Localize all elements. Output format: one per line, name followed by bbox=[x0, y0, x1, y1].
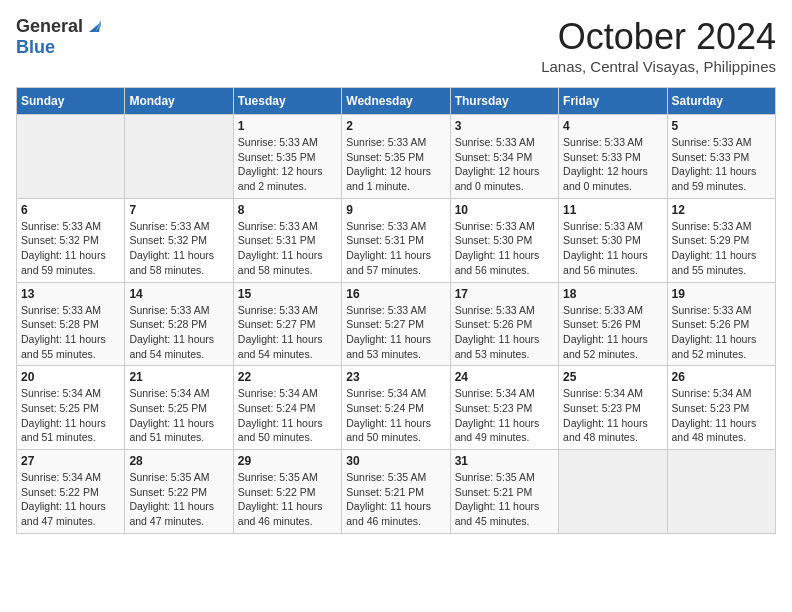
sunrise-time: Sunrise: 5:34 AM bbox=[129, 387, 209, 399]
daylight-hours: Daylight: 11 hours and 59 minutes. bbox=[21, 249, 106, 276]
table-row: 17Sunrise: 5:33 AMSunset: 5:26 PMDayligh… bbox=[450, 282, 558, 366]
day-number: 14 bbox=[129, 287, 228, 301]
sunrise-time: Sunrise: 5:33 AM bbox=[21, 304, 101, 316]
day-number: 25 bbox=[563, 370, 662, 384]
daylight-hours: Daylight: 11 hours and 55 minutes. bbox=[672, 249, 757, 276]
sunset-time: Sunset: 5:35 PM bbox=[238, 151, 316, 163]
sunrise-time: Sunrise: 5:33 AM bbox=[238, 304, 318, 316]
daylight-hours: Daylight: 11 hours and 49 minutes. bbox=[455, 417, 540, 444]
day-info: Sunrise: 5:35 AMSunset: 5:21 PMDaylight:… bbox=[455, 470, 554, 529]
sunrise-time: Sunrise: 5:33 AM bbox=[672, 304, 752, 316]
day-number: 22 bbox=[238, 370, 337, 384]
calendar-week-row: 20Sunrise: 5:34 AMSunset: 5:25 PMDayligh… bbox=[17, 366, 776, 450]
table-row: 9Sunrise: 5:33 AMSunset: 5:31 PMDaylight… bbox=[342, 198, 450, 282]
table-row bbox=[125, 115, 233, 199]
sunrise-time: Sunrise: 5:33 AM bbox=[346, 304, 426, 316]
sunset-time: Sunset: 5:31 PM bbox=[238, 234, 316, 246]
sunrise-time: Sunrise: 5:34 AM bbox=[563, 387, 643, 399]
sunrise-time: Sunrise: 5:33 AM bbox=[129, 220, 209, 232]
col-friday: Friday bbox=[559, 88, 667, 115]
daylight-hours: Daylight: 11 hours and 58 minutes. bbox=[129, 249, 214, 276]
day-info: Sunrise: 5:33 AMSunset: 5:26 PMDaylight:… bbox=[563, 303, 662, 362]
location-title: Lanas, Central Visayas, Philippines bbox=[541, 58, 776, 75]
sunrise-time: Sunrise: 5:33 AM bbox=[563, 304, 643, 316]
calendar-week-row: 13Sunrise: 5:33 AMSunset: 5:28 PMDayligh… bbox=[17, 282, 776, 366]
day-info: Sunrise: 5:35 AMSunset: 5:22 PMDaylight:… bbox=[129, 470, 228, 529]
day-info: Sunrise: 5:34 AMSunset: 5:22 PMDaylight:… bbox=[21, 470, 120, 529]
calendar-table: Sunday Monday Tuesday Wednesday Thursday… bbox=[16, 87, 776, 534]
sunrise-time: Sunrise: 5:35 AM bbox=[346, 471, 426, 483]
col-monday: Monday bbox=[125, 88, 233, 115]
daylight-hours: Daylight: 12 hours and 0 minutes. bbox=[455, 165, 540, 192]
sunrise-time: Sunrise: 5:33 AM bbox=[346, 220, 426, 232]
sunrise-time: Sunrise: 5:33 AM bbox=[21, 220, 101, 232]
day-number: 24 bbox=[455, 370, 554, 384]
table-row: 24Sunrise: 5:34 AMSunset: 5:23 PMDayligh… bbox=[450, 366, 558, 450]
sunrise-time: Sunrise: 5:33 AM bbox=[563, 136, 643, 148]
day-info: Sunrise: 5:34 AMSunset: 5:24 PMDaylight:… bbox=[238, 386, 337, 445]
table-row: 28Sunrise: 5:35 AMSunset: 5:22 PMDayligh… bbox=[125, 450, 233, 534]
sunset-time: Sunset: 5:30 PM bbox=[455, 234, 533, 246]
daylight-hours: Daylight: 11 hours and 46 minutes. bbox=[238, 500, 323, 527]
table-row: 18Sunrise: 5:33 AMSunset: 5:26 PMDayligh… bbox=[559, 282, 667, 366]
day-number: 10 bbox=[455, 203, 554, 217]
table-row: 27Sunrise: 5:34 AMSunset: 5:22 PMDayligh… bbox=[17, 450, 125, 534]
day-info: Sunrise: 5:33 AMSunset: 5:26 PMDaylight:… bbox=[455, 303, 554, 362]
table-row: 16Sunrise: 5:33 AMSunset: 5:27 PMDayligh… bbox=[342, 282, 450, 366]
sunset-time: Sunset: 5:22 PM bbox=[238, 486, 316, 498]
col-tuesday: Tuesday bbox=[233, 88, 341, 115]
table-row: 6Sunrise: 5:33 AMSunset: 5:32 PMDaylight… bbox=[17, 198, 125, 282]
daylight-hours: Daylight: 11 hours and 50 minutes. bbox=[238, 417, 323, 444]
sunset-time: Sunset: 5:25 PM bbox=[21, 402, 99, 414]
daylight-hours: Daylight: 11 hours and 54 minutes. bbox=[129, 333, 214, 360]
day-number: 13 bbox=[21, 287, 120, 301]
day-info: Sunrise: 5:33 AMSunset: 5:27 PMDaylight:… bbox=[346, 303, 445, 362]
logo: General Blue bbox=[16, 16, 101, 58]
daylight-hours: Daylight: 11 hours and 58 minutes. bbox=[238, 249, 323, 276]
day-info: Sunrise: 5:33 AMSunset: 5:32 PMDaylight:… bbox=[21, 219, 120, 278]
sunset-time: Sunset: 5:27 PM bbox=[346, 318, 424, 330]
sunrise-time: Sunrise: 5:33 AM bbox=[129, 304, 209, 316]
sunset-time: Sunset: 5:30 PM bbox=[563, 234, 641, 246]
table-row: 30Sunrise: 5:35 AMSunset: 5:21 PMDayligh… bbox=[342, 450, 450, 534]
day-number: 30 bbox=[346, 454, 445, 468]
table-row: 31Sunrise: 5:35 AMSunset: 5:21 PMDayligh… bbox=[450, 450, 558, 534]
table-row bbox=[667, 450, 775, 534]
day-info: Sunrise: 5:34 AMSunset: 5:24 PMDaylight:… bbox=[346, 386, 445, 445]
sunset-time: Sunset: 5:26 PM bbox=[455, 318, 533, 330]
day-number: 9 bbox=[346, 203, 445, 217]
page-header: General Blue October 2024 Lanas, Central… bbox=[16, 16, 776, 75]
day-number: 16 bbox=[346, 287, 445, 301]
sunset-time: Sunset: 5:33 PM bbox=[563, 151, 641, 163]
table-row: 8Sunrise: 5:33 AMSunset: 5:31 PMDaylight… bbox=[233, 198, 341, 282]
sunrise-time: Sunrise: 5:33 AM bbox=[238, 220, 318, 232]
daylight-hours: Daylight: 11 hours and 56 minutes. bbox=[455, 249, 540, 276]
day-info: Sunrise: 5:33 AMSunset: 5:27 PMDaylight:… bbox=[238, 303, 337, 362]
sunrise-time: Sunrise: 5:35 AM bbox=[129, 471, 209, 483]
daylight-hours: Daylight: 11 hours and 50 minutes. bbox=[346, 417, 431, 444]
sunrise-time: Sunrise: 5:33 AM bbox=[238, 136, 318, 148]
daylight-hours: Daylight: 12 hours and 0 minutes. bbox=[563, 165, 648, 192]
sunset-time: Sunset: 5:23 PM bbox=[672, 402, 750, 414]
day-info: Sunrise: 5:33 AMSunset: 5:33 PMDaylight:… bbox=[563, 135, 662, 194]
day-number: 4 bbox=[563, 119, 662, 133]
logo-blue-text: Blue bbox=[16, 37, 55, 58]
table-row: 21Sunrise: 5:34 AMSunset: 5:25 PMDayligh… bbox=[125, 366, 233, 450]
day-info: Sunrise: 5:33 AMSunset: 5:31 PMDaylight:… bbox=[238, 219, 337, 278]
day-number: 12 bbox=[672, 203, 771, 217]
table-row: 25Sunrise: 5:34 AMSunset: 5:23 PMDayligh… bbox=[559, 366, 667, 450]
day-info: Sunrise: 5:35 AMSunset: 5:21 PMDaylight:… bbox=[346, 470, 445, 529]
table-row: 5Sunrise: 5:33 AMSunset: 5:33 PMDaylight… bbox=[667, 115, 775, 199]
calendar-week-row: 27Sunrise: 5:34 AMSunset: 5:22 PMDayligh… bbox=[17, 450, 776, 534]
sunrise-time: Sunrise: 5:34 AM bbox=[455, 387, 535, 399]
day-info: Sunrise: 5:33 AMSunset: 5:28 PMDaylight:… bbox=[21, 303, 120, 362]
day-info: Sunrise: 5:34 AMSunset: 5:23 PMDaylight:… bbox=[672, 386, 771, 445]
sunrise-time: Sunrise: 5:33 AM bbox=[455, 136, 535, 148]
col-wednesday: Wednesday bbox=[342, 88, 450, 115]
day-number: 18 bbox=[563, 287, 662, 301]
day-number: 31 bbox=[455, 454, 554, 468]
table-row: 10Sunrise: 5:33 AMSunset: 5:30 PMDayligh… bbox=[450, 198, 558, 282]
sunset-time: Sunset: 5:21 PM bbox=[346, 486, 424, 498]
daylight-hours: Daylight: 11 hours and 53 minutes. bbox=[455, 333, 540, 360]
table-row: 19Sunrise: 5:33 AMSunset: 5:26 PMDayligh… bbox=[667, 282, 775, 366]
